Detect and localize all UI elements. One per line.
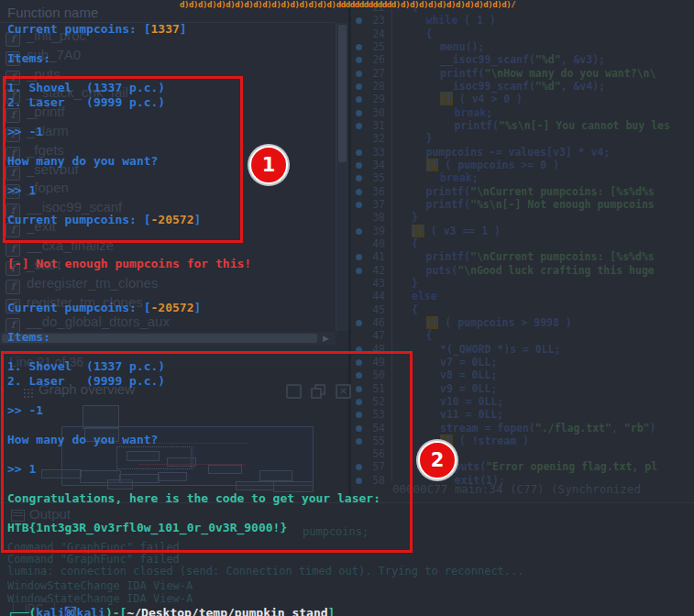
prompt-frame: ] (328, 606, 336, 616)
output-log-line: lumina: connection closed (send: Connect… (7, 565, 524, 578)
terminal-line (7, 286, 576, 301)
screen: Function name f_init_procfsub_7A0f_putsf… (0, 0, 694, 616)
prompt-user-host: kali㉏kali (36, 606, 105, 616)
prompt-frame: )-[ (105, 606, 127, 616)
prompt-frame: ┌──( (7, 606, 36, 616)
terminal-line (7, 315, 576, 330)
annotation-badge-1: 1 (249, 146, 288, 184)
terminal-line: Items: (7, 330, 576, 345)
shell-prompt[interactable]: ┌──(kali㉏kali)-[~/Desktop/temp/pumpkin_s… (7, 577, 335, 616)
annotation-box-1 (3, 76, 243, 243)
terminal-line (7, 242, 576, 257)
terminal-line: [-] Not enough pumpcoins for this! (7, 257, 576, 271)
terminal-line: Current pumpcoins: [-20572] (7, 301, 576, 315)
terminal-line: Current pumpcoins: [1337] (7, 22, 576, 37)
prompt-line-1: ┌──(kali㉏kali)-[~/Desktop/temp/pumpkin_s… (7, 606, 335, 616)
terminal-line (7, 271, 576, 286)
terminal-ascii-banner: d)d)d)d)d)d)d)d)d)d)d)d)d)d)d)d)d)dddddd… (180, 0, 515, 9)
annotation-badge-2: 2 (418, 441, 457, 479)
functions-header: Function name (7, 5, 98, 20)
prompt-path: ~/Desktop/temp/pumpkin_stand (127, 606, 327, 616)
terminal-line: Items: (7, 51, 576, 66)
terminal-line (7, 37, 576, 51)
annotation-box-2 (1, 351, 413, 553)
output-log-line: Command "GraphFunc" failed (7, 553, 180, 566)
